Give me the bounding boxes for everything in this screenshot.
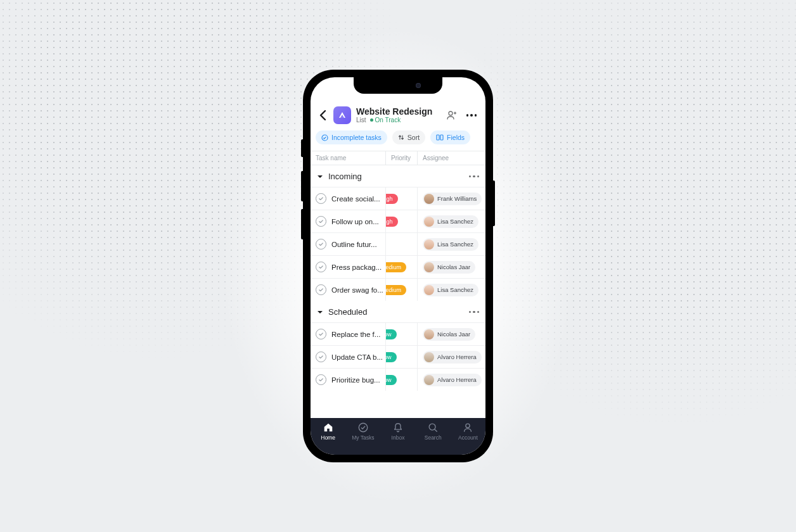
task-row[interactable]: Order swag fo...MediumLisa Sanchez — [311, 278, 485, 301]
avatar — [424, 239, 434, 250]
assignee-chip[interactable]: Nicolas Jaar — [423, 328, 475, 341]
assignee-chip[interactable]: Alvaro Herrera — [423, 374, 482, 386]
task-row[interactable]: Follow up on...HighLisa Sanchez — [311, 210, 485, 232]
task-list: IncomingCreate social...HighFrank Willia… — [311, 165, 485, 418]
complete-checkbox[interactable] — [316, 216, 326, 227]
task-name: Update CTA b... — [331, 353, 383, 361]
priority-pill: Low — [385, 375, 397, 385]
task-name: Replace the f... — [331, 331, 380, 338]
chip-label: Sort — [408, 134, 420, 141]
complete-checkbox[interactable] — [316, 239, 326, 250]
overflow-button[interactable] — [466, 114, 477, 117]
tab-label: My Tasks — [352, 434, 374, 441]
assignee-name: Lisa Sanchez — [437, 286, 473, 293]
section-name: Scheduled — [328, 307, 469, 317]
priority-pill: High — [385, 194, 398, 204]
tab-home[interactable]: Home — [311, 422, 345, 455]
tab-inbox[interactable]: Inbox — [380, 422, 415, 455]
project-icon — [333, 106, 351, 124]
svg-point-5 — [429, 424, 435, 430]
assignee-chip[interactable]: Frank Williams — [423, 193, 482, 205]
tab-label: Account — [458, 434, 478, 441]
avatar — [424, 285, 434, 295]
person-plus-icon — [446, 110, 457, 121]
avatar — [424, 194, 434, 204]
task-row[interactable]: Outline futur...Lisa Sanchez — [311, 232, 485, 255]
column-header-priority[interactable]: Priority — [385, 151, 417, 165]
svg-rect-2 — [437, 135, 439, 140]
assignee-chip[interactable]: Lisa Sanchez — [423, 284, 478, 296]
project-title: Website Redesign — [356, 107, 440, 117]
section-overflow-button[interactable] — [469, 311, 480, 314]
column-header-assignee[interactable]: Assignee — [417, 151, 485, 165]
app-screen: Website Redesign List On Track — [311, 77, 485, 455]
fields-chip[interactable]: Fields — [430, 130, 470, 144]
column-header-name[interactable]: Task name — [311, 151, 385, 165]
section-name: Incoming — [328, 172, 469, 181]
priority-pill: Low — [385, 352, 397, 362]
bottom-tab-bar: Home My Tasks Inbox Search Account — [311, 418, 485, 455]
complete-checkbox[interactable] — [316, 374, 326, 385]
check-circle-icon — [321, 134, 328, 141]
tab-search[interactable]: Search — [416, 422, 451, 455]
sort-chip[interactable]: Sort — [392, 130, 425, 144]
section-header[interactable]: Scheduled — [311, 301, 485, 322]
caret-down-icon — [317, 310, 323, 315]
avatar — [424, 352, 434, 362]
assignee-name: Alvaro Herrera — [437, 353, 477, 360]
task-row[interactable]: Prioritize bug...LowAlvaro Herrera — [311, 368, 485, 391]
complete-checkbox[interactable] — [316, 352, 326, 362]
caret-down-icon — [317, 174, 323, 179]
complete-checkbox[interactable] — [316, 284, 326, 295]
avatar — [424, 262, 434, 272]
avatar — [424, 329, 434, 339]
section-header[interactable]: Incoming — [311, 165, 485, 187]
filter-bar: Incomplete tasks Sort Fields — [311, 129, 485, 151]
assignee-name: Nicolas Jaar — [437, 331, 470, 338]
svg-point-4 — [359, 423, 368, 432]
priority-pill: High — [385, 217, 398, 227]
sort-icon — [398, 134, 404, 141]
avatar — [424, 375, 434, 385]
task-name: Follow up on... — [331, 218, 379, 225]
phone-side-button — [301, 171, 303, 201]
assignee-chip[interactable]: Lisa Sanchez — [423, 238, 478, 251]
tab-account[interactable]: Account — [451, 422, 485, 455]
complete-checkbox[interactable] — [316, 262, 326, 272]
project-title-block[interactable]: Website Redesign List On Track — [356, 107, 440, 124]
back-button[interactable] — [317, 106, 328, 124]
chevron-left-icon — [319, 110, 326, 121]
tab-label: Search — [425, 434, 442, 441]
assignee-chip[interactable]: Alvaro Herrera — [423, 351, 482, 364]
home-icon — [323, 422, 334, 433]
chip-label: Fields — [447, 134, 465, 141]
assignee-chip[interactable]: Nicolas Jaar — [423, 261, 475, 274]
status-badge: On Track — [370, 117, 401, 124]
assignee-chip[interactable]: Lisa Sanchez — [423, 215, 478, 228]
section-overflow-button[interactable] — [469, 175, 480, 178]
task-row[interactable]: Create social...HighFrank Williams — [311, 187, 485, 210]
status-label: On Track — [375, 117, 401, 124]
phone-side-button — [301, 139, 303, 157]
priority-pill: Low — [385, 329, 397, 339]
task-row[interactable]: Update CTA b...LowAlvaro Herrera — [311, 345, 485, 368]
assignee-name: Frank Williams — [437, 195, 477, 202]
assignee-name: Lisa Sanchez — [437, 241, 473, 248]
task-row[interactable]: Press packag...MediumNicolas Jaar — [311, 255, 485, 278]
person-icon — [462, 422, 473, 433]
tab-label: Inbox — [392, 434, 405, 441]
task-name: Prioritize bug... — [331, 376, 380, 384]
phone-device: Website Redesign List On Track — [303, 70, 493, 462]
add-member-button[interactable] — [445, 109, 458, 122]
priority-pill: Medium — [385, 262, 406, 272]
complete-checkbox[interactable] — [316, 193, 326, 204]
incomplete-tasks-chip[interactable]: Incomplete tasks — [316, 130, 387, 144]
phone-side-button — [301, 209, 303, 239]
task-row[interactable]: Replace the f...LowNicolas Jaar — [311, 322, 485, 345]
tab-label: Home — [321, 434, 335, 441]
triangle-icon — [337, 110, 347, 120]
priority-pill: Medium — [385, 285, 406, 295]
complete-checkbox[interactable] — [316, 329, 326, 339]
task-name: Outline futur... — [331, 241, 377, 248]
tab-my-tasks[interactable]: My Tasks — [345, 422, 380, 455]
